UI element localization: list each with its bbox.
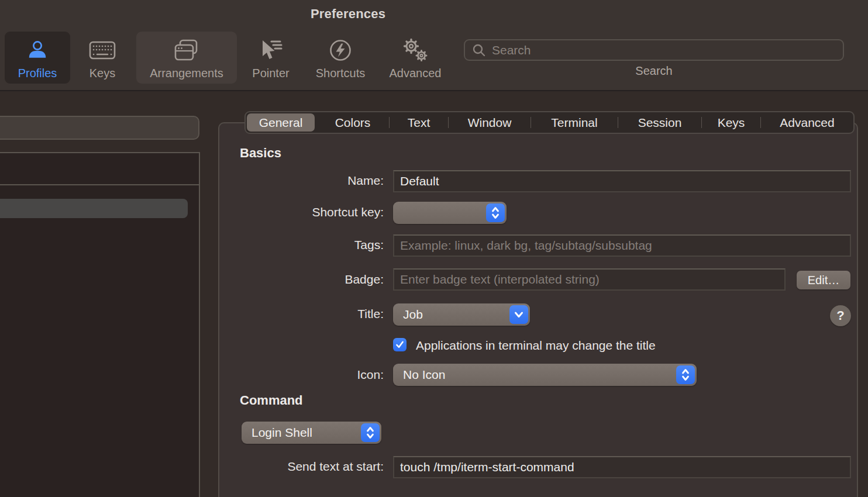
basics-section-header: Basics — [240, 146, 281, 161]
checkmark-icon — [395, 340, 405, 350]
tab-general[interactable]: General — [247, 113, 315, 132]
chevron-up-down-icon — [361, 423, 380, 442]
chevron-up-down-icon — [486, 203, 505, 222]
preferences-window: Preferences Profiles — [0, 0, 868, 497]
command-section-header: Command — [240, 393, 303, 408]
tags-field[interactable] — [393, 234, 851, 257]
tags-label: Tags: — [234, 238, 384, 252]
badge-input[interactable] — [394, 272, 784, 287]
tab-advanced[interactable]: Advanced — [761, 112, 853, 133]
badge-edit-button[interactable]: Edit… — [797, 271, 850, 289]
badge-field[interactable] — [393, 268, 786, 291]
send-text-field[interactable] — [393, 456, 851, 478]
chevron-up-down-icon — [676, 365, 695, 384]
tab-colors[interactable]: Colors — [316, 112, 389, 133]
send-text-input[interactable] — [394, 460, 850, 474]
tab-text[interactable]: Text — [390, 112, 448, 133]
title-label: Title: — [234, 307, 384, 321]
icon-label: Icon: — [234, 368, 384, 382]
icon-popup[interactable]: No Icon — [393, 364, 697, 386]
help-button[interactable]: ? — [830, 305, 851, 326]
tab-keys[interactable]: Keys — [702, 112, 760, 133]
tab-session[interactable]: Session — [618, 112, 701, 133]
chevron-down-icon — [509, 305, 528, 324]
general-tab-form: Basics Name: Shortcut key: Tags: Badge: … — [0, 0, 868, 497]
title-popup[interactable]: Job — [393, 303, 530, 326]
title-value: Job — [393, 308, 423, 322]
command-type-popup[interactable]: Login Shell — [242, 422, 381, 444]
command-type-value: Login Shell — [242, 426, 312, 440]
shortcut-key-label: Shortcut key: — [234, 205, 384, 219]
tab-terminal[interactable]: Terminal — [531, 112, 618, 133]
name-field[interactable] — [393, 170, 851, 192]
shortcut-key-popup[interactable] — [393, 202, 507, 224]
tab-window[interactable]: Window — [449, 112, 531, 133]
name-input[interactable] — [394, 174, 850, 188]
title-change-checkbox[interactable] — [393, 338, 407, 351]
badge-label: Badge: — [234, 272, 384, 287]
tags-input[interactable] — [394, 239, 850, 253]
send-text-label: Send text at start: — [234, 460, 384, 474]
title-change-checkbox-label: Applications in terminal may change the … — [416, 339, 656, 353]
profile-tabbar: General Colors Text Window Terminal Sess… — [244, 111, 855, 134]
icon-value: No Icon — [393, 368, 445, 382]
name-label: Name: — [234, 174, 384, 188]
